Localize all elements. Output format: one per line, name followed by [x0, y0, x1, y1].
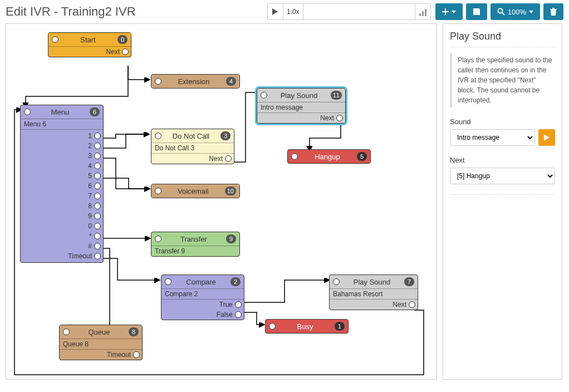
ivr-canvas[interactable]: Start0 Next Extension4 Menu6 Menu 6 1234…	[6, 23, 437, 380]
port-out[interactable]	[94, 253, 101, 259]
port-in[interactable]	[52, 36, 58, 43]
port-out[interactable]	[94, 133, 101, 139]
divider	[450, 194, 555, 195]
node-busy[interactable]: Busy1	[265, 319, 349, 334]
next-label: Next	[450, 156, 555, 164]
panel-description: Plays the specified sound to the caller …	[450, 53, 555, 107]
volume-icon[interactable]	[415, 4, 430, 19]
menu-option[interactable]: 1	[23, 131, 101, 141]
plus-icon	[442, 8, 449, 15]
preview-sound-button[interactable]	[538, 129, 555, 146]
play-button[interactable]	[268, 4, 283, 19]
node-voicemail[interactable]: Voicemail10	[151, 184, 240, 198]
port-out[interactable]	[94, 163, 101, 169]
menu-option[interactable]: 0	[23, 221, 101, 231]
trash-icon	[550, 8, 557, 16]
port-out[interactable]	[94, 183, 101, 189]
port-in[interactable]	[155, 188, 161, 194]
playback-control: 1.0x	[267, 3, 431, 20]
chevron-down-icon	[529, 11, 533, 13]
port-in[interactable]	[291, 153, 298, 160]
menu-option[interactable]: #	[23, 241, 101, 251]
port-in[interactable]	[155, 78, 161, 85]
port-out[interactable]	[409, 301, 415, 308]
port-out[interactable]	[94, 173, 101, 179]
menu-option[interactable]: *	[23, 231, 101, 241]
properties-panel: Play Sound Plays the specified sound to …	[443, 23, 562, 380]
port-in[interactable]	[63, 329, 70, 335]
menu-option[interactable]: Timeout	[23, 251, 101, 261]
node-do-not-call[interactable]: Do Not Call3 Do Not Call 3 Next	[151, 129, 234, 164]
sound-label: Sound	[450, 117, 555, 126]
port-in[interactable]	[24, 109, 31, 115]
save-button[interactable]	[466, 3, 487, 20]
node-transfer[interactable]: Transfer9 Transfer 9	[151, 232, 240, 257]
port-out-true[interactable]	[235, 301, 242, 308]
port-out[interactable]	[94, 223, 101, 229]
port-in[interactable]	[333, 278, 340, 285]
port-out[interactable]	[133, 351, 140, 358]
svg-line-1	[502, 13, 504, 15]
page-title: Edit IVR - Training2 IVR	[6, 4, 136, 19]
play-icon	[544, 134, 550, 141]
port-out[interactable]	[94, 243, 101, 249]
port-out[interactable]	[94, 143, 101, 149]
menu-option[interactable]: 2	[23, 141, 101, 151]
node-start[interactable]: Start0 Next	[48, 32, 131, 57]
port-out[interactable]	[94, 233, 101, 239]
menu-option[interactable]: 9	[23, 211, 101, 221]
playback-progress[interactable]	[303, 4, 415, 19]
node-queue[interactable]: Queue8 Queue 8 Timeout	[59, 325, 143, 360]
menu-option[interactable]: 3	[23, 151, 101, 161]
menu-option[interactable]: 4	[23, 161, 101, 171]
port-out-false[interactable]	[235, 311, 242, 318]
add-button[interactable]	[435, 3, 463, 20]
zoom-icon	[497, 8, 505, 16]
chevron-down-icon	[452, 11, 456, 13]
node-play-sound-11[interactable]: Play Sound11 Intro message Next	[257, 88, 346, 124]
panel-title: Play Sound	[450, 31, 555, 47]
node-menu[interactable]: Menu6 Menu 6 1234567890*#Timeout	[20, 105, 104, 263]
delete-button[interactable]	[543, 3, 563, 20]
menu-option[interactable]: 5	[23, 171, 101, 181]
menu-option[interactable]: 7	[23, 191, 101, 201]
toolbar: Edit IVR - Training2 IVR 1.0x 100%	[0, 0, 569, 23]
sound-select[interactable]: Intro message	[450, 129, 535, 146]
port-out[interactable]	[225, 155, 232, 162]
node-play-sound-7[interactable]: Play Sound7 Bahamas Resort Next	[329, 275, 418, 310]
port-in[interactable]	[155, 236, 161, 242]
node-hangup[interactable]: Hangup5	[287, 149, 371, 164]
port-out[interactable]	[94, 153, 101, 159]
zoom-button[interactable]: 100%	[490, 3, 540, 20]
playback-speed[interactable]: 1.0x	[283, 4, 303, 19]
menu-option[interactable]: 6	[23, 181, 101, 191]
node-compare[interactable]: Compare2 Compare 2 True False	[161, 275, 244, 320]
port-in[interactable]	[155, 133, 161, 139]
port-out[interactable]	[122, 48, 129, 55]
port-in[interactable]	[261, 92, 267, 99]
save-icon	[473, 8, 480, 16]
next-select[interactable]: [5] Hangup	[450, 168, 555, 184]
port-in[interactable]	[269, 323, 276, 330]
svg-point-0	[498, 9, 502, 13]
menu-option[interactable]: 8	[23, 201, 101, 211]
port-out[interactable]	[94, 203, 101, 209]
port-in[interactable]	[165, 278, 171, 285]
port-out[interactable]	[336, 115, 343, 121]
port-out[interactable]	[94, 213, 101, 219]
node-extension[interactable]: Extension4	[151, 74, 240, 89]
port-out[interactable]	[94, 193, 101, 199]
